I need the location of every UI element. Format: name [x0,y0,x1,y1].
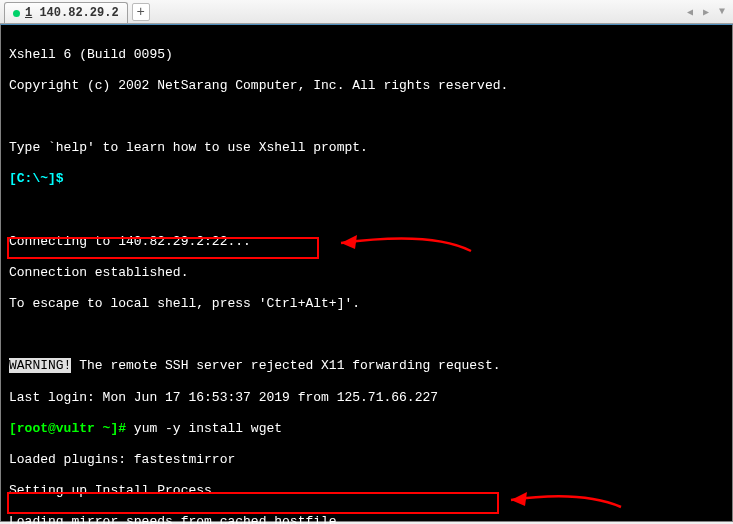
tab-active[interactable]: 1 140.82.29.2 [4,2,128,23]
tab-label: 1 140.82.29.2 [25,6,119,20]
last-login: Last login: Mon Jun 17 16:53:37 2019 fro… [9,390,724,406]
warning-tag: WARNING! [9,358,71,373]
add-tab-button[interactable]: + [132,3,150,21]
prompt-line-1: [root@vultr ~]# yum -y install wget [9,421,724,437]
tab-nav: ◀ ▶ ▼ [683,3,729,21]
connecting-1: Connecting to 140.82.29.2:22... [9,234,724,250]
status-dot-icon [13,10,20,17]
tab-prev-icon[interactable]: ◀ [683,3,697,21]
yum-2: Setting up Install Process [9,483,724,499]
connecting-2: Connection established. [9,265,724,281]
yum-1: Loaded plugins: fastestmirror [9,452,724,468]
connecting-3: To escape to local shell, press 'Ctrl+Al… [9,296,724,312]
terminal-output[interactable]: Xshell 6 (Build 0095) Copyright (c) 2002… [0,24,733,522]
help-line: Type `help' to learn how to use Xshell p… [9,140,724,156]
copyright: Copyright (c) 2002 NetSarang Computer, I… [9,78,724,94]
tab-bar: 1 140.82.29.2 + ◀ ▶ ▼ [0,0,733,24]
local-prompt: [C:\~]$ [9,171,64,186]
tab-next-icon[interactable]: ▶ [699,3,713,21]
tab-menu-icon[interactable]: ▼ [715,3,729,21]
app-title: Xshell 6 (Build 0095) [9,47,724,63]
yum-3: Loading mirror speeds from cached hostfi… [9,514,724,524]
warning-line: WARNING! The remote SSH server rejected … [9,358,724,374]
